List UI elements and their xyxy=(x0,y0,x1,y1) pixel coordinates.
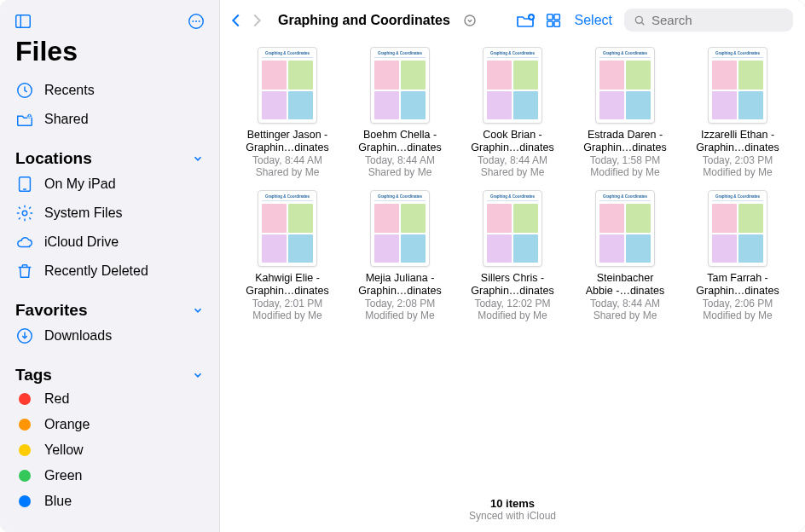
svg-point-7 xyxy=(27,114,32,119)
select-button[interactable]: Select xyxy=(571,13,616,28)
file-item[interactable]: Graphing & CoordinatesMejia Juliana -Gra… xyxy=(348,190,452,321)
file-item[interactable]: Graphing & CoordinatesBettinger Jason -G… xyxy=(235,47,339,178)
toolbar: Graphing and Coordinates Select xyxy=(220,0,805,38)
file-item[interactable]: Graphing & CoordinatesCook Brian -Graphi… xyxy=(460,47,565,178)
sidebar-item-orange[interactable]: Orange xyxy=(7,412,212,437)
sidebar-item-label: iCloud Drive xyxy=(44,234,119,250)
file-item[interactable]: Graphing & CoordinatesBoehm Chella -Grap… xyxy=(348,47,452,178)
section-locations[interactable]: Locations xyxy=(7,134,212,170)
file-thumbnail: Graphing & Coordinates xyxy=(258,47,317,124)
file-status: Shared by Me xyxy=(460,166,565,178)
sidebar-item-green[interactable]: Green xyxy=(7,463,212,489)
svg-rect-19 xyxy=(547,20,552,26)
file-status: Modified by Me xyxy=(460,309,565,321)
file-name: Boehm Chella -Graphin…dinates xyxy=(348,129,452,154)
back-button[interactable] xyxy=(227,11,246,30)
tag-dot-icon xyxy=(15,419,34,431)
file-time: Today, 2:08 PM xyxy=(348,298,452,309)
file-name: Kahwigi Elie -Graphin…dinates xyxy=(235,272,339,298)
svg-point-5 xyxy=(199,20,200,22)
section-title: Locations xyxy=(15,149,92,168)
file-thumbnail: Graphing & Coordinates xyxy=(708,190,767,267)
svg-point-8 xyxy=(29,115,30,116)
chevron-down-icon xyxy=(192,369,204,381)
tag-dot-icon xyxy=(15,393,34,405)
sidebar-item-recently-deleted[interactable]: Recently Deleted xyxy=(7,257,212,286)
new-folder-icon[interactable] xyxy=(515,10,536,31)
sidebar-item-label: Red xyxy=(44,391,69,407)
ipad-icon xyxy=(15,175,34,194)
file-name: Mejia Juliana -Graphin…dinates xyxy=(348,272,452,298)
file-name: Cook Brian -Graphin…dinates xyxy=(460,129,565,154)
search-input[interactable] xyxy=(652,13,805,27)
svg-rect-17 xyxy=(547,14,552,19)
sync-status: Synced with iCloud xyxy=(220,510,805,522)
file-item[interactable]: Graphing & CoordinatesSteinbacherAbbie -… xyxy=(573,190,677,321)
svg-rect-18 xyxy=(553,14,559,19)
file-status: Modified by Me xyxy=(348,309,452,321)
file-grid: Graphing & CoordinatesBettinger Jason -G… xyxy=(220,38,805,490)
file-time: Today, 1:58 PM xyxy=(573,154,677,166)
forward-button[interactable] xyxy=(247,11,266,30)
svg-point-3 xyxy=(192,20,194,22)
file-time: Today, 8:44 AM xyxy=(235,154,339,166)
file-time: Today, 8:44 AM xyxy=(573,298,677,309)
sidebar-item-on-my-ipad[interactable]: On My iPad xyxy=(7,170,212,199)
more-icon[interactable] xyxy=(187,12,206,31)
sidebar-item-downloads[interactable]: Downloads xyxy=(7,321,212,350)
sidebar-item-recents[interactable]: Recents xyxy=(7,76,212,105)
sidebar-item-label: On My iPad xyxy=(44,176,116,192)
section-favorites[interactable]: Favorites xyxy=(7,286,212,321)
sidebar-item-system-files[interactable]: System Files xyxy=(7,199,212,228)
trash-icon xyxy=(15,262,34,280)
file-thumbnail: Graphing & Coordinates xyxy=(370,47,430,124)
sidebar-item-label: Recents xyxy=(44,83,95,98)
svg-point-21 xyxy=(635,16,642,23)
section-title: Favorites xyxy=(15,301,87,320)
file-time: Today, 12:02 PM xyxy=(460,298,565,309)
file-item[interactable]: Graphing & CoordinatesTam Farrah -Graphi… xyxy=(686,190,790,321)
file-time: Today, 8:44 AM xyxy=(348,154,452,166)
file-time: Today, 2:06 PM xyxy=(686,298,790,309)
file-name: Bettinger Jason -Graphin…dinates xyxy=(235,129,339,154)
sidebar: Files Recents Shared Locations On My iPa… xyxy=(0,0,220,532)
file-status: Shared by Me xyxy=(235,166,339,178)
file-thumbnail: Graphing & Coordinates xyxy=(483,47,542,124)
chevron-down-icon xyxy=(192,304,204,316)
svg-rect-20 xyxy=(553,20,559,26)
svg-line-22 xyxy=(641,22,644,25)
view-grid-icon[interactable] xyxy=(544,11,563,30)
title-chevron-icon[interactable] xyxy=(462,13,478,28)
file-item[interactable]: Graphing & CoordinatesEstrada Daren -Gra… xyxy=(573,47,677,178)
file-name: Sillers Chris -Graphin…dinates xyxy=(460,272,565,298)
toggle-sidebar-icon[interactable] xyxy=(14,12,32,31)
file-time: Today, 2:03 PM xyxy=(686,154,790,166)
file-name: SteinbacherAbbie -…dinates xyxy=(573,272,677,298)
gear-icon xyxy=(15,204,34,223)
sidebar-item-blue[interactable]: Blue xyxy=(7,489,212,514)
svg-point-13 xyxy=(465,15,475,26)
sidebar-item-label: Downloads xyxy=(44,328,112,344)
section-tags[interactable]: Tags xyxy=(7,350,212,386)
sidebar-item-icloud-drive[interactable]: iCloud Drive xyxy=(7,228,212,257)
file-item[interactable]: Graphing & CoordinatesIzzarelli Ethan -G… xyxy=(686,47,790,178)
tag-dot-icon xyxy=(15,444,34,456)
file-time: Today, 2:01 PM xyxy=(235,298,339,309)
file-item[interactable]: Graphing & CoordinatesKahwigi Elie -Grap… xyxy=(235,190,339,321)
clock-icon xyxy=(15,81,34,100)
file-thumbnail: Graphing & Coordinates xyxy=(708,47,767,124)
file-thumbnail: Graphing & Coordinates xyxy=(595,47,655,124)
folder-title[interactable]: Graphing and Coordinates xyxy=(275,13,454,28)
file-name: Estrada Daren -Graphin…dinates xyxy=(573,129,677,154)
sidebar-item-label: Yellow xyxy=(44,442,84,458)
search-field[interactable] xyxy=(624,9,793,32)
sidebar-item-red[interactable]: Red xyxy=(7,386,212,412)
sidebar-item-label: Recently Deleted xyxy=(44,263,148,279)
file-status: Modified by Me xyxy=(686,309,790,321)
sidebar-item-yellow[interactable]: Yellow xyxy=(7,437,212,463)
app-title: Files xyxy=(7,36,212,76)
sidebar-item-shared[interactable]: Shared xyxy=(7,105,212,134)
main: Graphing and Coordinates Select Graphing… xyxy=(220,0,805,532)
search-icon xyxy=(633,14,646,27)
file-item[interactable]: Graphing & CoordinatesSillers Chris -Gra… xyxy=(460,190,565,321)
